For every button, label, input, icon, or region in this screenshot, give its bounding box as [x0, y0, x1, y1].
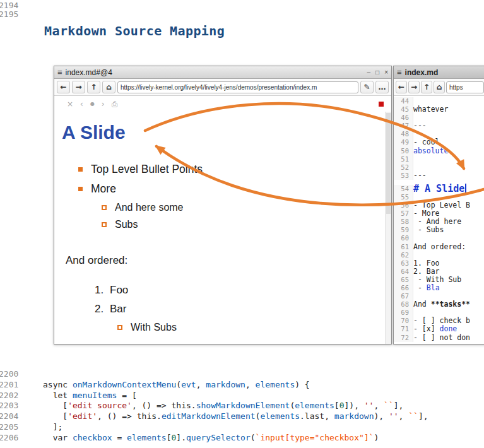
code-token: this. — [172, 401, 196, 410]
code-token: whatever — [413, 105, 448, 114]
editor-line-number: 56 — [394, 201, 413, 209]
hamburger-menu-icon[interactable]: ≡ — [57, 68, 62, 76]
editor-code-pane[interactable]: 4445whatever4647---4849- cool50absolute5… — [394, 96, 484, 344]
bullet-text: Subs — [115, 219, 138, 230]
code-token: = — [112, 433, 127, 442]
more-options-button[interactable]: … — [375, 81, 389, 93]
code-token: - [x] — [413, 324, 440, 333]
up-button[interactable]: ↑ — [421, 81, 432, 93]
slide-bullet-item: Subs — [62, 216, 385, 233]
code-token: - More — [413, 209, 440, 218]
code-token: markdown — [334, 411, 374, 421]
minimize-icon[interactable]: – — [367, 69, 371, 76]
hamburger-menu-icon[interactable]: ≡ — [397, 68, 402, 76]
bullet-text: And here some — [115, 202, 184, 213]
prev-slide-icon[interactable]: ‹ — [80, 100, 83, 109]
code-line-text: async onMarkdownContextMenu(evt, markdow… — [43, 380, 310, 391]
editor-line-text: - Subs — [413, 226, 444, 234]
screenshot-figure: ≡ index.md#@4 – □ × ← → ↑ ⌂ ✎ … × ‹ ● › … — [49, 66, 484, 345]
code-token: ]), — [344, 401, 363, 410]
code-token: --- — [413, 121, 427, 130]
back-button[interactable]: ← — [57, 81, 70, 93]
markdown-editor-window: ≡ index.md ← → ↑ ⌂ 4445whatever4647---48… — [393, 66, 484, 345]
editor-line: 47--- — [394, 122, 484, 130]
editor-line-number: 50 — [394, 147, 413, 155]
close-presentation-icon[interactable]: × — [67, 100, 73, 109]
code-token: And ordered: — [413, 242, 466, 251]
window-controls: – □ × — [367, 69, 388, 76]
bullet-square-icon — [102, 222, 107, 227]
code-line-number: 2202 — [0, 391, 18, 401]
code-token: [ — [43, 411, 68, 421]
forward-button[interactable]: → — [72, 81, 85, 93]
editor-line: 45whatever — [394, 105, 484, 114]
record-dot-icon[interactable]: ● — [90, 101, 95, 107]
code-token: [ — [43, 401, 68, 410]
up-button[interactable]: ↑ — [87, 81, 100, 93]
editor-line-number: 47 — [394, 122, 413, 130]
bullet-square-icon — [117, 325, 122, 330]
code-line-number: 2201 — [0, 380, 18, 391]
print-icon[interactable]: ⎙ — [112, 100, 118, 109]
code-token: [ — [167, 433, 172, 442]
code-token: showMarkdownElement — [196, 401, 290, 410]
editor-line-number: 72 — [394, 334, 413, 342]
editor-window-title: index.md — [405, 68, 483, 77]
editor-titlebar[interactable]: ≡ index.md — [394, 66, 484, 79]
slide-heading: A Slide — [62, 122, 385, 143]
editor-line-number: 51 — [394, 155, 413, 163]
editor-line-number: 60 — [394, 234, 413, 242]
code-line-text: ['edit', () => this.editMarkdownElement(… — [43, 411, 428, 422]
back-button[interactable]: ← — [396, 81, 407, 93]
code-token: - [ ] not don — [413, 333, 470, 342]
close-icon[interactable]: × — [384, 69, 388, 76]
code-token: '' — [389, 411, 399, 421]
code-line: 2201async onMarkdownContextMenu(evt, mar… — [0, 380, 484, 391]
code-line-number: 2200 — [0, 369, 18, 380]
editor-line-number: 49 — [394, 138, 413, 146]
page-title: Markdown Source Mapping — [44, 23, 225, 38]
editor-line: 54# A Slide — [394, 180, 484, 193]
editor-line: 68And **tasks** — [394, 300, 484, 309]
next-slide-icon[interactable]: › — [102, 100, 105, 109]
slide-bullet-list: Top Level Bullet PointsMoreAnd here some… — [62, 160, 385, 233]
editor-line: 59 - Subs — [394, 226, 484, 234]
code-token: elements — [295, 401, 334, 410]
code-token: ]; — [43, 422, 62, 432]
forward-button[interactable]: → — [408, 81, 420, 93]
viewer-titlebar[interactable]: ≡ index.md#@4 – □ × — [54, 66, 391, 79]
code-token: this. — [137, 411, 162, 421]
home-button[interactable]: ⌂ — [434, 81, 445, 93]
ordered-marker: 2. — [95, 303, 110, 315]
code-token: - — [413, 283, 427, 292]
slide-ordered-item: 1.Foo — [95, 281, 385, 300]
editor-line-text: whatever — [413, 105, 448, 114]
text-cursor — [465, 184, 466, 193]
code-line-number: 2205 — [0, 422, 18, 433]
editor-line: 46 — [394, 114, 484, 122]
editor-line-number: 68 — [394, 300, 413, 309]
editor-line-number: 44 — [394, 97, 413, 105]
editor-line-number: 66 — [394, 284, 413, 292]
code-token: markdown — [206, 380, 245, 389]
home-button[interactable]: ⌂ — [102, 81, 115, 93]
viewer-window-title: index.md#@4 — [66, 68, 364, 77]
code-token: ( — [176, 380, 181, 389]
url-input[interactable] — [117, 81, 358, 93]
code-line-text: var checkbox = elements[0].querySelector… — [43, 433, 379, 444]
code-token: = [ — [117, 391, 136, 400]
editor-line-text: --- — [413, 122, 427, 130]
scrollbar-thumb[interactable] — [386, 113, 391, 214]
editor-line-number: 58 — [394, 218, 413, 226]
edit-pencil-button[interactable]: ✎ — [360, 81, 374, 93]
code-token: # A Slide — [413, 183, 464, 194]
code-token: menuItems — [73, 391, 117, 400]
editor-line: 66 - Bla — [394, 284, 484, 292]
url-input[interactable] — [446, 81, 484, 93]
editor-line-number: 54 — [394, 185, 413, 193]
code-token: 'edit source' — [68, 401, 132, 410]
viewer-scrollbar[interactable] — [385, 112, 391, 344]
code-token: elements — [256, 380, 295, 389]
code-token: , () => — [97, 411, 137, 421]
maximize-icon[interactable]: □ — [375, 69, 379, 76]
